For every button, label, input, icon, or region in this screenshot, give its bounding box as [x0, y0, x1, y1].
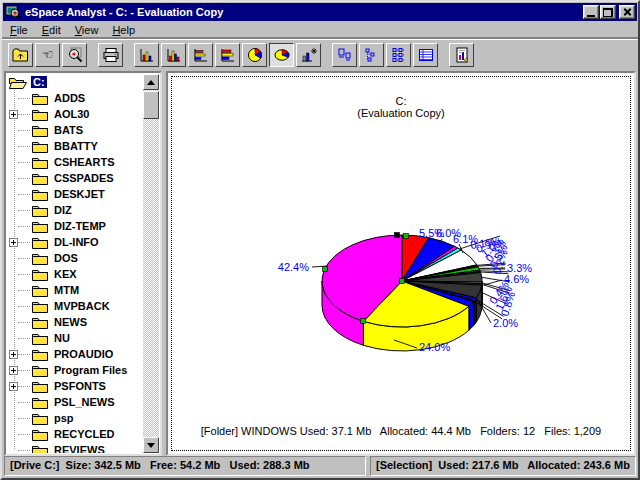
expand-plus-icon[interactable] [9, 238, 18, 247]
tree-item[interactable]: REVIEWS [7, 442, 143, 453]
menu-help[interactable]: Help [105, 22, 142, 38]
analyze-zoom-button[interactable] [62, 43, 87, 67]
folder-icon [32, 124, 48, 137]
folder-icon [32, 428, 48, 441]
tree-connector [18, 226, 30, 227]
folder-icon [32, 444, 48, 454]
folder-icon [32, 172, 48, 185]
folder-icon [32, 92, 48, 105]
hbar-chart-3d-button[interactable] [215, 43, 240, 67]
tree-item[interactable]: psp [7, 410, 143, 426]
minimize-button[interactable] [583, 5, 599, 19]
tree-item-label: NEWS [52, 316, 89, 328]
tree-item-label: RECYCLED [52, 428, 117, 440]
folder-icon [32, 236, 48, 249]
tree-item[interactable]: AOL30 [7, 106, 143, 122]
print-button[interactable] [98, 43, 123, 67]
tree-root-drive[interactable]: C: [7, 74, 143, 90]
tree-connector [18, 242, 30, 243]
folder-icon [32, 268, 48, 281]
tree-item-label: CSHEARTS [52, 156, 117, 168]
close-button[interactable] [619, 5, 635, 19]
tree-scrollbar[interactable] [143, 74, 159, 453]
tree-view-detail-button[interactable] [386, 43, 411, 67]
tree-item-label: MVPBACK [52, 300, 112, 312]
tree-view-small-button[interactable] [359, 43, 384, 67]
folder-icon [32, 252, 48, 265]
title-bar[interactable]: eSpace Analyst - C: - Evaluation Copy [3, 3, 637, 21]
tree-item[interactable]: NU [7, 330, 143, 346]
icon-view-button[interactable] [332, 43, 357, 67]
tree-item-label: DIZ-TEMP [52, 220, 108, 232]
arrow-up-icon [147, 80, 155, 85]
hand-icon: ☜ [42, 48, 54, 61]
chart-wizard-button[interactable] [296, 43, 321, 67]
folder-icon [32, 140, 48, 153]
scroll-up-button[interactable] [143, 74, 159, 90]
tree-item-label: psp [52, 412, 76, 424]
tree-item-label: DOS [52, 252, 80, 264]
tree-item[interactable]: DESKJET [7, 186, 143, 202]
tree-connector [18, 450, 30, 451]
tree-item[interactable]: BBATTY [7, 138, 143, 154]
tree-item[interactable]: DL-INFO [7, 234, 143, 250]
window-title: eSpace Analyst - C: - Evaluation Copy [21, 6, 582, 18]
restore-button[interactable] [600, 5, 616, 19]
tree-item-label: BBATTY [52, 140, 100, 152]
tree-item[interactable]: PSFONTS [7, 378, 143, 394]
folder-up-icon [12, 47, 29, 63]
up-one-level-button[interactable] [8, 43, 33, 67]
tree-item[interactable]: PSL_NEWS [7, 394, 143, 410]
menu-edit[interactable]: Edit [35, 22, 68, 38]
tree-item[interactable]: DIZ [7, 202, 143, 218]
scrollbar-thumb[interactable] [143, 91, 159, 119]
scroll-down-button[interactable] [143, 437, 159, 453]
bar-chart-3d-button[interactable] [161, 43, 186, 67]
tree-item[interactable]: NEWS [7, 314, 143, 330]
tree-item-label: NU [52, 332, 72, 344]
expand-plus-icon[interactable] [9, 382, 18, 391]
tree-connector [18, 338, 30, 339]
tree-item[interactable]: CSSPADES [7, 170, 143, 186]
folder-icon [32, 348, 48, 361]
tree-item-label: PSL_NEWS [52, 396, 117, 408]
pie-chart-3d-button[interactable] [269, 43, 294, 67]
table-view-button[interactable] [413, 43, 438, 67]
tree-item[interactable]: KEX [7, 266, 143, 282]
main-area: C:ADDSAOL30BATSBBATTYCSHEARTSCSSPADESDES… [4, 71, 636, 456]
tree-item[interactable]: BATS [7, 122, 143, 138]
pie-chart[interactable]: 5.5%6.0%6.1%0.1%0.9%1.0%0.3%0.5%0.2%3.3%… [168, 73, 636, 456]
tree-item[interactable]: MVPBACK [7, 298, 143, 314]
tree-item-label: DL-INFO [52, 236, 101, 248]
report-view-button[interactable] [449, 43, 474, 67]
folder-tree: C:ADDSAOL30BATSBBATTYCSHEARTSCSSPADESDES… [7, 74, 143, 453]
tree-item[interactable]: Program Files [7, 362, 143, 378]
tree-item[interactable]: PROAUDIO [7, 346, 143, 362]
tree-item[interactable]: ADDS [7, 90, 143, 106]
pie-chart-icon [247, 47, 263, 63]
report-icon [454, 47, 470, 63]
tree-item[interactable]: RECYCLED [7, 426, 143, 442]
tree-item[interactable]: CSHEARTS [7, 154, 143, 170]
expand-plus-icon[interactable] [9, 350, 18, 359]
toolbar: ☜ [2, 39, 638, 69]
folder-icon [32, 284, 48, 297]
tree-connector [18, 306, 30, 307]
hbar-chart-button[interactable] [188, 43, 213, 67]
menu-file[interactable]: File [3, 22, 35, 38]
tree-connector [18, 178, 30, 179]
pie-chart-button[interactable] [242, 43, 267, 67]
tree-item[interactable]: DOS [7, 250, 143, 266]
chart-caption: [Folder] WINDOWS Used: 37.1 Mb Allocated… [168, 425, 634, 437]
tree-connector [18, 434, 30, 435]
bar-chart-button[interactable] [134, 43, 159, 67]
tree-item-label: C: [31, 76, 47, 88]
menu-view[interactable]: View [68, 22, 106, 38]
tree-item[interactable]: MTM [7, 282, 143, 298]
select-hand-button[interactable]: ☜ [35, 43, 60, 67]
expand-plus-icon[interactable] [9, 110, 18, 119]
expand-plus-icon[interactable] [9, 366, 18, 375]
icon-view-icon [337, 47, 353, 63]
bar-chart-icon [139, 47, 155, 63]
tree-item[interactable]: DIZ-TEMP [7, 218, 143, 234]
